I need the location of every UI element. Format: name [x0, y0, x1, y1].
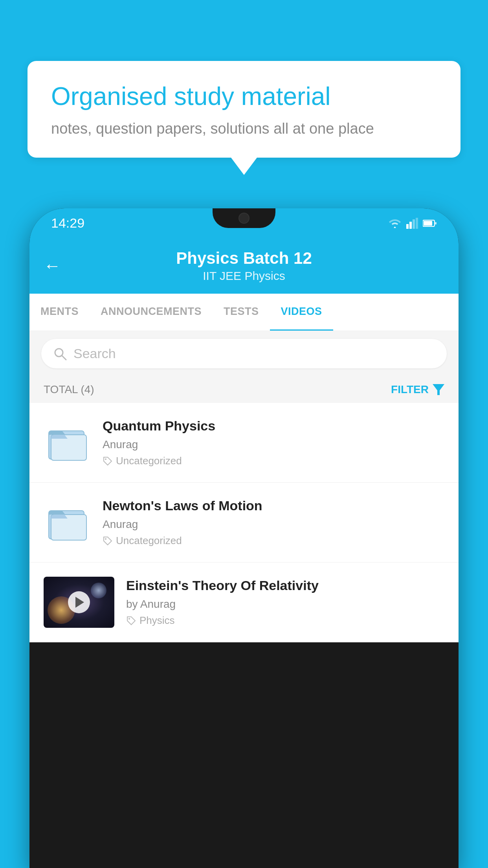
header-subtitle: IIT JEE Physics — [203, 269, 285, 283]
battery-icon — [423, 219, 437, 228]
svg-point-12 — [105, 458, 106, 460]
notch — [213, 208, 275, 228]
folder-icon-container — [44, 417, 91, 468]
list-item[interactable]: Einstein's Theory Of Relativity by Anura… — [29, 563, 459, 642]
svg-point-15 — [105, 538, 106, 540]
svg-rect-3 — [416, 218, 418, 229]
wifi-icon — [388, 218, 402, 229]
signal-icon — [406, 218, 418, 229]
status-icons — [388, 218, 437, 229]
play-button[interactable] — [68, 591, 90, 613]
tab-ments[interactable]: MENTS — [29, 294, 90, 331]
video-tag: Uncategorized — [103, 455, 444, 467]
svg-rect-0 — [406, 224, 409, 229]
svg-rect-6 — [435, 222, 437, 224]
tag-icon — [103, 536, 113, 546]
filter-icon — [433, 384, 444, 395]
play-triangle-icon — [75, 597, 84, 608]
video-list: Quantum Physics Anurag Uncategorized — [29, 403, 459, 642]
tab-tests[interactable]: TESTS — [213, 294, 270, 331]
status-time: 14:29 — [51, 215, 84, 231]
header-title: Physics Batch 12 — [176, 249, 312, 268]
svg-marker-9 — [433, 384, 444, 395]
video-tag: Uncategorized — [103, 535, 444, 547]
filter-label: FILTER — [391, 383, 429, 396]
svg-rect-2 — [413, 219, 415, 229]
search-icon — [53, 347, 67, 361]
video-thumbnail[interactable] — [44, 577, 114, 628]
list-item[interactable]: Quantum Physics Anurag Uncategorized — [29, 403, 459, 483]
video-title: Newton's Laws of Motion — [103, 497, 444, 514]
phone-frame: 14:29 ← Physics Bat — [29, 208, 459, 868]
tab-announcements[interactable]: ANNOUNCEMENTS — [90, 294, 213, 331]
speech-bubble-subtitle: notes, question papers, solutions all at… — [51, 120, 437, 137]
status-bar: 14:29 — [29, 208, 459, 238]
video-tag: Physics — [126, 614, 444, 627]
search-placeholder: Search — [73, 346, 116, 361]
filter-row: TOTAL (4) FILTER — [29, 376, 459, 403]
video-author: Anurag — [103, 518, 444, 531]
folder-icon — [46, 503, 89, 542]
filter-button[interactable]: FILTER — [391, 383, 444, 396]
camera-notch — [238, 213, 250, 224]
speech-bubble-container: Organised study material notes, question… — [28, 61, 460, 158]
search-bar[interactable]: Search — [41, 339, 447, 368]
tab-videos[interactable]: VIDEOS — [270, 294, 333, 331]
video-info: Einstein's Theory Of Relativity by Anura… — [126, 577, 444, 627]
video-title: Einstein's Theory Of Relativity — [126, 577, 444, 594]
folder-icon-container — [44, 497, 91, 548]
video-info: Newton's Laws of Motion Anurag Uncategor… — [103, 497, 444, 547]
video-author: by Anurag — [126, 598, 444, 611]
svg-point-16 — [128, 618, 130, 620]
folder-icon — [46, 423, 89, 462]
orb-decoration — [91, 583, 106, 598]
svg-rect-1 — [409, 222, 412, 229]
total-label: TOTAL (4) — [44, 383, 94, 396]
tag-icon — [126, 616, 136, 626]
list-item[interactable]: Newton's Laws of Motion Anurag Uncategor… — [29, 483, 459, 563]
speech-bubble-title: Organised study material — [51, 81, 437, 112]
speech-bubble: Organised study material notes, question… — [28, 61, 460, 158]
phone-screen: Search TOTAL (4) FILTER — [29, 331, 459, 642]
video-title: Quantum Physics — [103, 417, 444, 434]
tag-icon — [103, 456, 113, 466]
back-button[interactable]: ← — [44, 256, 61, 276]
svg-line-8 — [62, 355, 66, 360]
app-header: ← Physics Batch 12 IIT JEE Physics — [29, 238, 459, 294]
video-info: Quantum Physics Anurag Uncategorized — [103, 417, 444, 467]
svg-rect-5 — [424, 221, 432, 226]
tabs-container: MENTS ANNOUNCEMENTS TESTS VIDEOS — [29, 294, 459, 331]
search-bar-container: Search — [29, 331, 459, 376]
video-author: Anurag — [103, 438, 444, 451]
